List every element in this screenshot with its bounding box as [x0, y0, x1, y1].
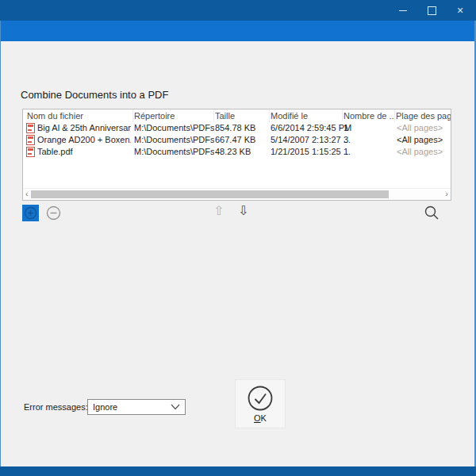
- remove-file-button[interactable]: [45, 205, 62, 221]
- chevron-down-icon: [171, 404, 180, 410]
- ok-button-label: OK: [254, 413, 267, 423]
- file-table: Nom du fichier Répertoire Taille Modifié…: [22, 109, 451, 201]
- cell-size: 667.47 KB: [215, 134, 255, 146]
- page-title: Combine Documents into a PDF: [21, 89, 168, 101]
- table-row[interactable]: Orange AD200 + Boxen.pdfM:\Documents\PDF…: [23, 134, 451, 146]
- table-header: Nom du fichier Répertoire Taille Modifié…: [23, 109, 451, 122]
- cell-filename: Table.pdf: [37, 146, 73, 158]
- move-up-button[interactable]: ⇧: [213, 203, 224, 218]
- cell-directory: M:\Documents\PDFs: [134, 146, 214, 158]
- table-body: Big Al & 25th Anniversary ...M:\Document…: [23, 122, 451, 158]
- circle-plus-icon: [24, 206, 37, 220]
- cell-modified: 1/21/2015 1:15:25 ...: [271, 146, 351, 158]
- column-header-directory[interactable]: Répertoire: [134, 109, 214, 122]
- column-header-size[interactable]: Taille: [215, 109, 270, 122]
- window-bottom-bar: [0, 466, 476, 476]
- cell-pages: 1: [344, 146, 348, 158]
- check-circle-icon: [246, 384, 274, 413]
- cell-pagerange: <All pages>: [397, 146, 443, 158]
- cell-directory: M:\Documents\PDFs: [134, 134, 214, 146]
- cell-pagerange: <All pages>: [397, 134, 443, 146]
- column-header-pagerange[interactable]: Plage des page: [396, 109, 451, 122]
- cell-pagerange: <All pages>: [397, 122, 443, 134]
- pdf-file-icon: [26, 135, 35, 145]
- error-messages-select[interactable]: Ignore: [87, 399, 186, 415]
- scroll-right-icon[interactable]: ›: [445, 189, 448, 200]
- cell-pages: 1: [344, 122, 348, 134]
- cell-modified: 6/6/2014 2:59:45 PM: [271, 122, 351, 134]
- cell-modified: 5/14/2007 2:13:27 ...: [271, 134, 351, 146]
- down-arrow-icon: ⇩: [238, 204, 248, 217]
- close-icon: ×: [457, 5, 463, 16]
- circle-minus-icon: [46, 205, 61, 221]
- scroll-left-icon[interactable]: ‹: [25, 189, 29, 200]
- accent-band: [0, 21, 476, 41]
- cell-directory: M:\Documents\PDFs: [134, 122, 214, 134]
- cell-size: 854.78 KB: [215, 122, 255, 134]
- pdf-file-icon: [26, 123, 35, 133]
- window-controls: ×: [389, 0, 474, 21]
- window-border-left: [0, 21, 1, 466]
- column-header-filename[interactable]: Nom du fichier: [27, 109, 133, 122]
- cell-size: 48.23 KB: [215, 146, 251, 158]
- minimize-button[interactable]: [389, 0, 417, 21]
- column-header-pages[interactable]: Nombre de ...: [344, 109, 395, 122]
- error-messages-label: Error messages:: [24, 402, 88, 412]
- minimize-icon: [399, 10, 407, 11]
- cell-pages: 3: [344, 134, 348, 146]
- ok-button[interactable]: OK: [235, 379, 286, 428]
- pdf-file-icon: [26, 147, 35, 157]
- table-row[interactable]: Big Al & 25th Anniversary ...M:\Document…: [23, 122, 451, 134]
- cell-filename: Orange AD200 + Boxen.pdf: [37, 134, 131, 146]
- close-button[interactable]: ×: [446, 0, 474, 21]
- maximize-icon: [428, 6, 436, 15]
- move-down-button[interactable]: ⇩: [238, 203, 248, 218]
- horizontal-scrollbar[interactable]: ‹ ›: [23, 188, 451, 200]
- search-button[interactable]: [424, 205, 440, 221]
- hscrollbar-thumb[interactable]: [31, 190, 389, 198]
- up-arrow-icon: ⇧: [213, 204, 224, 217]
- maximize-button[interactable]: [417, 0, 446, 21]
- cell-filename: Big Al & 25th Anniversary ...: [37, 122, 131, 134]
- column-header-modified[interactable]: Modifié le: [271, 109, 343, 122]
- magnifier-icon: [424, 205, 440, 221]
- error-messages-value: Ignore: [88, 402, 171, 412]
- add-file-button[interactable]: [22, 205, 39, 221]
- table-row[interactable]: Table.pdfM:\Documents\PDFs48.23 KB1/21/2…: [23, 146, 451, 158]
